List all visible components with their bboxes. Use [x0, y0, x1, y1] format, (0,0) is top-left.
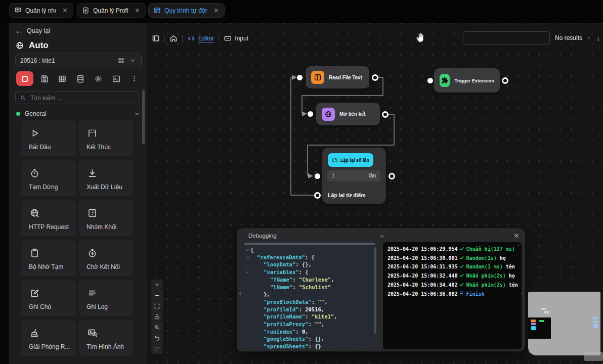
log-icon — [87, 288, 98, 298]
zoom-out-button[interactable] — [151, 290, 163, 301]
debug-json-viewer: {"referenceData": {"loopData": {},"varia… — [243, 242, 377, 349]
chevron-left-icon[interactable] — [238, 291, 243, 296]
undo-button[interactable] — [151, 333, 163, 343]
stopwatch-icon — [29, 168, 40, 178]
tab-2[interactable]: Quản lý Profile — [77, 3, 146, 18]
log-entry: 2025-04-20 15:06:30.081Random(1s) họ — [387, 254, 519, 263]
close-icon[interactable] — [513, 232, 520, 239]
close-icon[interactable] — [134, 7, 141, 14]
sidebar: ← Quay lại Auto 20516 : kite1 General Bắ… — [9, 23, 147, 364]
block-label: Xuất Dữ Liệu — [87, 184, 131, 191]
port-output-open-link[interactable] — [382, 111, 389, 118]
minimap-overlay-control[interactable] — [584, 352, 603, 361]
loop-times-input[interactable]: 1 lần — [327, 170, 380, 181]
node-trigger-extension[interactable]: Trigger Extension — [434, 68, 500, 93]
note-icon — [29, 288, 40, 298]
redo-icon — [154, 345, 160, 352]
close-icon[interactable] — [213, 7, 220, 14]
json-line: "fName": "Charlene", — [245, 276, 373, 284]
category-dot — [16, 112, 20, 116]
node-open-link[interactable]: Mở liên kết — [316, 103, 380, 125]
fold-icon[interactable] — [245, 255, 250, 260]
close-icon[interactable] — [62, 7, 68, 14]
node-loop[interactable]: Lặp lại số lần 1 lần Lặp lại từ điểm — [322, 148, 386, 204]
block-search[interactable] — [15, 92, 139, 104]
json-line: "spreadSheets": {} — [245, 343, 373, 349]
loop-header-button[interactable]: Lặp lại số lần — [328, 153, 373, 167]
block-search-input[interactable] — [29, 94, 135, 102]
back-link[interactable]: ← Quay lại — [15, 27, 50, 34]
port-input-loop[interactable] — [315, 173, 320, 179]
json-line: "runIndex": 0, — [245, 328, 373, 336]
block-label: Bắt Đầu — [29, 144, 73, 151]
globe-icon — [15, 41, 24, 50]
canvas-search-input[interactable] — [463, 32, 550, 44]
fold-icon[interactable] — [245, 269, 250, 275]
block-item[interactable]: Bộ Nhớ Tạm — [21, 240, 76, 276]
previous-match-button[interactable]: ↑ — [587, 34, 591, 42]
table-button[interactable] — [55, 71, 70, 86]
port-output-read-file[interactable] — [372, 74, 378, 81]
gear-button[interactable] — [91, 71, 106, 86]
port-input-open-link[interactable] — [308, 111, 313, 117]
block-item[interactable]: Ghi Chú — [21, 280, 76, 316]
unlock-button[interactable] — [151, 311, 163, 322]
canvas-search-box[interactable] — [463, 31, 550, 44]
fit-view-button[interactable] — [151, 301, 163, 311]
fit-view-icon — [154, 303, 160, 309]
redo-button[interactable] — [151, 343, 163, 354]
vertical-scrollbar[interactable] — [374, 247, 376, 334]
toggle-sidebar-button[interactable] — [152, 34, 160, 42]
block-item[interactable]: HTTP Request — [21, 200, 76, 236]
block-item[interactable]: Giải Phóng R... — [21, 320, 76, 356]
home-button[interactable] — [169, 34, 178, 42]
kebab-button[interactable] — [127, 71, 142, 86]
block-label: Ghi Chú — [29, 303, 73, 310]
database-button[interactable] — [73, 71, 88, 86]
json-line: { — [245, 246, 373, 254]
port-input-trigger-extension[interactable] — [427, 78, 433, 83]
export-icon — [87, 168, 98, 178]
next-match-button[interactable]: ↓ — [597, 34, 600, 42]
tab-editor[interactable]: Editor — [187, 34, 214, 42]
block-item[interactable]: Ghi Log — [79, 280, 134, 316]
collapse-panel-icon[interactable] — [379, 233, 385, 240]
tab-3[interactable]: Quy trình tự động — [148, 3, 225, 18]
block-item[interactable]: Xuất Dữ Liệu — [79, 160, 134, 196]
block-item[interactable]: Kết Thúc — [79, 120, 134, 156]
block-item[interactable]: Bắt Đầu — [21, 120, 76, 156]
fold-icon[interactable] — [245, 247, 250, 253]
port-input-read-file[interactable] — [297, 75, 303, 80]
horizontal-scrollbar[interactable] — [244, 243, 375, 245]
page-title: Auto — [29, 40, 49, 51]
block-item[interactable]: Nhóm Khối — [79, 200, 134, 236]
sidebar-scrollbar[interactable] — [142, 90, 145, 144]
minimap[interactable] — [528, 292, 600, 355]
block-item[interactable]: Tìm Hình Ảnh — [79, 320, 134, 356]
category-general[interactable]: General — [16, 110, 141, 117]
node-read-file-text[interactable]: Read File Text — [306, 66, 369, 88]
tab-1[interactable]: Quản lý nhóm — [9, 3, 73, 18]
window-icon — [153, 7, 161, 14]
block-item[interactable]: Tạm Dừng — [21, 160, 76, 196]
port-loop-from-point[interactable] — [314, 192, 321, 199]
tab-input[interactable]: Input — [224, 34, 248, 42]
minimap-node — [541, 308, 546, 310]
port-output-loop[interactable] — [389, 173, 395, 179]
zoom-search-button[interactable] — [151, 322, 163, 333]
save-button[interactable] — [37, 71, 52, 86]
block-item[interactable]: Chờ Kết Nối — [79, 240, 134, 276]
stop-button[interactable] — [16, 71, 33, 86]
finish-icon — [87, 128, 98, 139]
port-output-trigger-extension[interactable] — [502, 77, 508, 84]
loop-times-value: 1 — [332, 173, 369, 178]
node-label: Trigger Extension — [454, 78, 494, 83]
json-line: "referenceData": { — [245, 254, 373, 261]
profile-select[interactable]: 20516 : kite1 — [15, 54, 142, 67]
code-icon — [187, 34, 195, 42]
profile-select-value: 20516 : kite1 — [20, 57, 55, 64]
clipboard-icon — [29, 248, 40, 258]
check-icon — [459, 282, 464, 287]
terminal-button[interactable] — [109, 71, 124, 86]
zoom-in-button[interactable] — [151, 280, 163, 290]
